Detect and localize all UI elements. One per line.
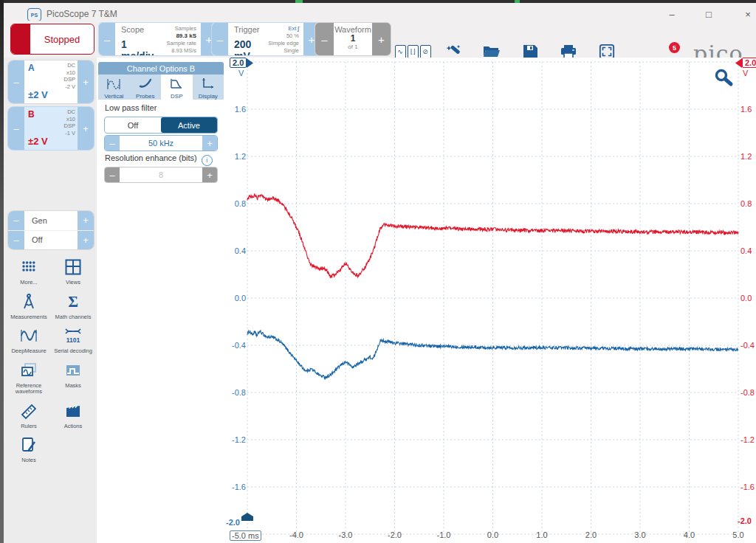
serial-icon: 1101 <box>64 327 82 345</box>
title-bar: PS PicoScope 7 T&M – □ × <box>4 3 756 21</box>
measurements-icon <box>20 293 38 311</box>
sidebar-tool-label: Rulers <box>7 423 51 430</box>
trigger-level-value: 200 mV <box>234 38 265 56</box>
channel-a-decrease-button[interactable]: – <box>8 60 24 103</box>
sidebar-tool-math[interactable]: ΣMath channels <box>51 291 95 322</box>
y-tick-label-left: 0.0 <box>226 294 246 302</box>
low-pass-off-option[interactable]: Off <box>105 117 161 133</box>
sidebar-tool-more[interactable]: More... <box>7 257 51 288</box>
generator-decrease-button[interactable]: – <box>8 211 24 230</box>
channel-range: ±2 V <box>28 136 48 147</box>
actions-icon <box>64 402 82 420</box>
channel-options-title: Channel Options B <box>98 62 224 75</box>
sidebar-tool-deepmeasure[interactable]: DeepMeasure <box>7 325 51 356</box>
sidebar-tool-views[interactable]: Views <box>51 257 95 288</box>
sidebar-tool-label: Notes <box>7 457 51 464</box>
stopped-button[interactable]: Stopped <box>10 24 94 55</box>
sidebar-tool-label: Masks <box>51 383 95 390</box>
y-tick-label-left: -1.6 <box>226 483 246 491</box>
scope-panel: – Scope 1 ms/div Samples 89.3 kS Sample … <box>98 22 218 56</box>
svg-text:Σ: Σ <box>68 293 78 311</box>
sidebar-tool-masks[interactable]: Masks <box>51 360 95 397</box>
trigger-mode: Simple edge <box>268 40 299 46</box>
notification-badge[interactable]: 5 <box>669 42 680 53</box>
sidebar-tool-notes[interactable]: Notes <box>7 435 51 466</box>
close-button[interactable]: × <box>740 7 755 21</box>
trigger-type: Single <box>284 47 299 54</box>
sidebar-tool-measurements[interactable]: Measurements <box>7 291 51 322</box>
maximize-button[interactable]: □ <box>701 7 716 21</box>
trigger-decrease-button[interactable]: – <box>212 23 228 55</box>
tab-dsp[interactable]: DSP <box>161 75 193 100</box>
channel-settings-summary: DCx10DSP-2 V <box>64 62 75 90</box>
sidebar-tool-serial[interactable]: 1101Serial decoding <box>51 325 95 356</box>
waveform-previous-button[interactable]: – <box>315 23 334 55</box>
trigger-settings[interactable]: Trigger 200 mV Ext ʃ 50 % Simple edge Si… <box>228 23 303 55</box>
tab-display[interactable]: Display <box>193 75 224 100</box>
frequency-value[interactable]: 50 kHz <box>120 136 202 151</box>
x-tick-label: 1.0 <box>530 530 554 539</box>
resolution-value[interactable]: 8 <box>120 167 202 182</box>
app-logo-icon: PS <box>27 8 41 21</box>
reference-icon <box>20 362 38 379</box>
resolution-increase-button[interactable]: + <box>202 167 217 182</box>
tab-label: Vertical <box>98 93 130 100</box>
tab-probes[interactable]: Probes <box>130 75 162 100</box>
scope-settings[interactable]: Scope 1 ms/div Samples 89.3 kS Sample ra… <box>115 23 201 55</box>
deepmeasure-icon <box>20 327 38 345</box>
sidebar-tool-reference[interactable]: Reference waveforms <box>7 360 51 397</box>
x-tick-label: -1.0 <box>432 530 456 539</box>
y-tick-label-right: 0.4 <box>740 247 756 255</box>
left-axis-top-marker[interactable]: 2.0 <box>230 58 253 68</box>
channel-a-info: A±2 VDCx10DSP-2 V <box>24 60 78 103</box>
info-icon[interactable]: i <box>202 155 213 166</box>
minimize-button[interactable]: – <box>664 7 679 21</box>
sidebar-tool-rulers[interactable]: Rulers <box>7 401 51 432</box>
generator-increase-button[interactable]: + <box>78 211 94 230</box>
x-tick-label: 4.0 <box>678 530 701 539</box>
waveform-count: of 1 <box>348 44 357 50</box>
channel-options-panel: Channel Options B VerticalProbesDSPDispl… <box>97 58 226 543</box>
trigger-source: Ext <box>288 25 296 32</box>
channel-b-axis-arrow-icon <box>735 58 742 68</box>
channel-b-card[interactable]: –B±2 VDCx10DSP-1 V+ <box>7 106 94 151</box>
frequency-increase-button[interactable]: + <box>202 136 217 151</box>
y-tick-label-left: -0.4 <box>226 342 246 350</box>
toolbar: Stopped – Scope 1 ms/div Samples 89.3 kS… <box>4 21 756 58</box>
resolution-enhance-label: Resolution enhance (bits)i <box>105 153 213 166</box>
resolution-decrease-button[interactable]: – <box>105 167 120 182</box>
channel-b-info: B±2 VDCx10DSP-1 V <box>24 107 78 150</box>
channel-b-increase-button[interactable]: + <box>78 107 94 150</box>
low-pass-active-option[interactable]: Active <box>161 117 217 133</box>
low-pass-toggle: Off Active <box>104 117 218 134</box>
x-tick-label: -2.0 <box>383 530 407 539</box>
low-pass-frequency-stepper: – 50 kHz + <box>104 135 218 151</box>
zoom-tool-icon[interactable] <box>713 68 734 89</box>
samples-value: 89.3 kS <box>176 32 196 39</box>
display-tab-icon <box>201 76 216 90</box>
y-tick-label-right: -0.4 <box>740 342 756 350</box>
generator-card: –Gen+–Off+ <box>7 210 94 250</box>
right-axis-top-marker[interactable]: 2.0 <box>735 58 756 68</box>
y-tick-label-left: -1.2 <box>226 436 246 444</box>
scope-decrease-button[interactable]: – <box>99 23 115 55</box>
sidebar-tool-label: Actions <box>51 423 95 430</box>
generator-increase-button[interactable]: + <box>78 231 94 250</box>
tab-label: Display <box>193 93 224 100</box>
left-axis-bottom-value: -2.0 <box>226 518 240 527</box>
frequency-decrease-button[interactable]: – <box>105 136 120 151</box>
window-title: PicoScope 7 T&M <box>47 9 117 19</box>
tab-vertical[interactable]: Vertical <box>98 75 130 100</box>
waveform-chart[interactable]: 1.61.61.21.20.80.80.40.40.00.0-0.4-0.4-0… <box>225 58 756 543</box>
channel-a-increase-button[interactable]: + <box>78 60 94 103</box>
sidebar-tool-actions[interactable]: Actions <box>51 401 95 432</box>
channel-a-card[interactable]: –A±2 VDCx10DSP-2 V+ <box>7 60 94 104</box>
generator-decrease-button[interactable]: – <box>8 231 24 250</box>
waveform-next-button[interactable]: + <box>372 23 391 55</box>
generator-row-off: –Off+ <box>8 231 94 250</box>
channel-b-decrease-button[interactable]: – <box>8 107 24 150</box>
timebase-value: 1 ms/div <box>121 38 161 56</box>
notes-icon <box>20 436 38 454</box>
sidebar-tool-label: More... <box>7 280 51 286</box>
y-tick-label-right: 1.2 <box>740 153 756 161</box>
